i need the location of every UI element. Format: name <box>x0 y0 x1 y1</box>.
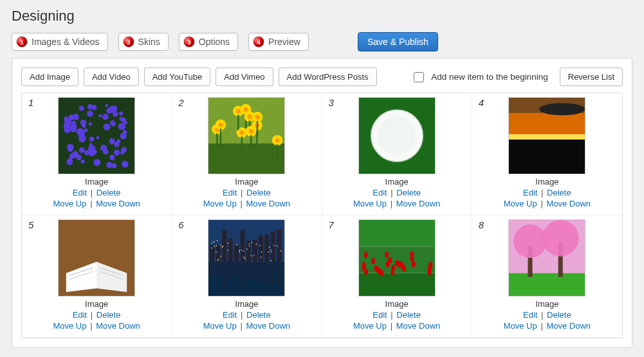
svg-rect-128 <box>210 245 215 262</box>
edit-link[interactable]: Edit <box>73 188 87 197</box>
svg-point-109 <box>249 129 253 133</box>
svg-rect-186 <box>249 246 250 247</box>
delete-link[interactable]: Delete <box>246 310 271 320</box>
delete-link[interactable]: Delete <box>396 310 421 320</box>
svg-rect-142 <box>253 240 257 262</box>
delete-link[interactable]: Delete <box>97 188 121 197</box>
move-down-link[interactable]: Move Down <box>96 321 140 331</box>
tab-preview[interactable]: 4 Preview <box>248 33 309 51</box>
svg-point-210 <box>391 270 394 275</box>
edit-link[interactable]: Edit <box>523 310 537 320</box>
svg-rect-174 <box>218 259 219 260</box>
item-thumbnail[interactable] <box>208 97 285 174</box>
item-thumbnail[interactable] <box>208 219 285 297</box>
svg-rect-118 <box>509 134 585 140</box>
edit-link[interactable]: Edit <box>73 310 87 320</box>
move-down-link[interactable]: Move Down <box>246 199 290 208</box>
svg-point-47 <box>66 159 73 165</box>
svg-rect-168 <box>228 250 228 251</box>
move-down-link[interactable]: Move Down <box>396 321 441 331</box>
svg-rect-133 <box>223 262 227 288</box>
move-up-link[interactable]: Move Up <box>53 321 86 331</box>
svg-rect-171 <box>256 244 257 245</box>
item-thumbnail[interactable] <box>358 97 436 174</box>
edit-link[interactable]: Edit <box>223 310 237 320</box>
delete-link[interactable]: Delete <box>547 188 571 197</box>
move-up-link[interactable]: Move Up <box>203 321 237 331</box>
move-up-link[interactable]: Move Up <box>504 199 537 208</box>
svg-rect-162 <box>212 243 212 244</box>
svg-rect-177 <box>252 242 252 243</box>
svg-point-12 <box>98 114 102 117</box>
item-thumbnail[interactable] <box>358 219 436 297</box>
item-type-label: Image <box>476 299 618 309</box>
edit-link[interactable]: Edit <box>223 188 237 197</box>
delete-link[interactable]: Delete <box>246 188 271 197</box>
delete-link[interactable]: Delete <box>396 188 421 197</box>
svg-rect-185 <box>239 250 240 252</box>
svg-point-219 <box>398 261 401 267</box>
delete-link[interactable]: Delete <box>97 310 121 320</box>
tab-images-videos[interactable]: 1 Images & Videos <box>12 33 108 51</box>
add-to-beginning-input[interactable] <box>414 72 424 82</box>
item-thumbnail[interactable] <box>58 219 135 297</box>
svg-point-211 <box>377 268 381 273</box>
separator: | <box>240 199 242 208</box>
move-up-link[interactable]: Move Up <box>353 321 387 331</box>
step-badge-1-icon: 1 <box>16 36 28 48</box>
move-down-link[interactable]: Move Down <box>396 199 441 208</box>
item-thumbnail[interactable] <box>508 219 585 297</box>
svg-rect-189 <box>271 260 271 261</box>
svg-rect-147 <box>265 262 270 284</box>
move-down-link[interactable]: Move Down <box>546 199 591 208</box>
item-type-label: Image <box>326 177 468 187</box>
move-down-link[interactable]: Move Down <box>546 321 591 331</box>
gallery-item: 5 Image Edit | Delete Move Up | Move Dow… <box>22 215 172 338</box>
svg-point-17 <box>118 123 125 130</box>
svg-rect-139 <box>241 262 245 288</box>
add-image-button[interactable]: Add Image <box>21 68 78 86</box>
add-vimeo-button[interactable]: Add Vimeo <box>216 68 273 86</box>
svg-point-50 <box>64 126 71 133</box>
item-index: 6 <box>178 219 183 230</box>
item-thumbnail[interactable] <box>508 97 585 174</box>
tab-skins[interactable]: 2 Skins <box>118 33 169 51</box>
svg-rect-151 <box>277 262 282 288</box>
svg-rect-80 <box>208 143 284 174</box>
svg-point-116 <box>540 103 585 115</box>
item-thumbnail[interactable] <box>58 97 135 174</box>
tab-options[interactable]: 3 Options <box>179 33 238 51</box>
svg-rect-167 <box>270 246 270 248</box>
edit-link[interactable]: Edit <box>373 188 387 197</box>
add-video-button[interactable]: Add Video <box>84 68 139 86</box>
separator: | <box>90 321 92 331</box>
gallery-item: 7 Image Edit | Delete Move Up | Move Dow… <box>322 215 472 338</box>
add-wp-posts-button[interactable]: Add WordPress Posts <box>279 68 377 86</box>
move-up-link[interactable]: Move Up <box>53 199 86 208</box>
add-to-beginning-checkbox[interactable]: Add new item to the beginning <box>411 70 548 84</box>
edit-link[interactable]: Edit <box>373 310 387 320</box>
move-down-link[interactable]: Move Down <box>96 199 140 208</box>
edit-link[interactable]: Edit <box>523 188 537 197</box>
separator: | <box>541 310 543 320</box>
item-index: 3 <box>329 97 334 108</box>
svg-rect-163 <box>249 244 250 245</box>
svg-rect-165 <box>212 248 212 249</box>
step-badge-2-icon: 2 <box>123 36 134 48</box>
delete-link[interactable]: Delete <box>547 310 571 320</box>
move-up-link[interactable]: Move Up <box>203 199 237 208</box>
move-down-link[interactable]: Move Down <box>246 321 290 331</box>
svg-rect-191 <box>216 252 217 253</box>
save-publish-button[interactable]: Save & Publish <box>358 32 438 51</box>
add-youtube-button[interactable]: Add YouTube <box>144 68 211 86</box>
svg-rect-183 <box>247 249 248 250</box>
reverse-list-button[interactable]: Reverse List <box>560 68 623 86</box>
move-up-link[interactable]: Move Up <box>353 199 387 208</box>
svg-text:4: 4 <box>257 39 261 46</box>
move-up-link[interactable]: Move Up <box>504 321 537 331</box>
svg-rect-154 <box>228 243 229 244</box>
svg-rect-180 <box>237 244 237 245</box>
svg-point-65 <box>97 136 100 139</box>
svg-point-73 <box>92 149 97 154</box>
svg-rect-136 <box>234 245 239 262</box>
